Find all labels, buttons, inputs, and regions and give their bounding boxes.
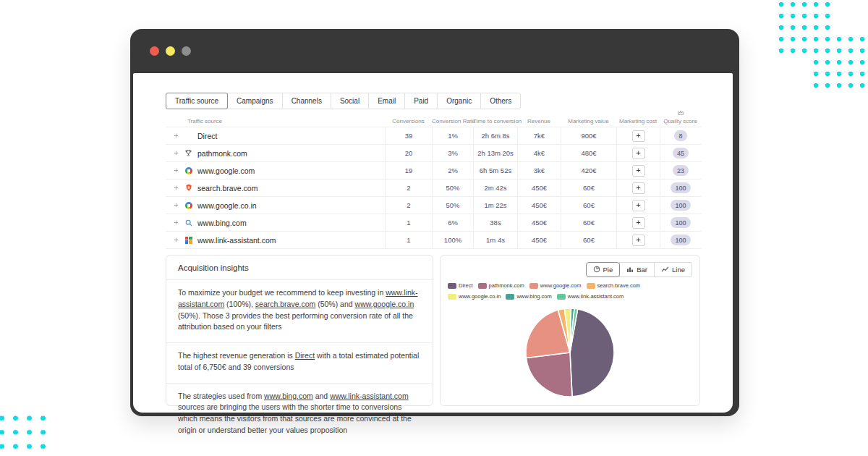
- insight-paragraph: To maximize your budget we recommend to …: [166, 280, 433, 343]
- tab-organic[interactable]: Organic: [437, 93, 481, 109]
- table-row[interactable]: +www.bing.com16%38s450€60€+100: [166, 214, 701, 232]
- insight-link[interactable]: www.google.co.in: [355, 300, 414, 308]
- pie-chart[interactable]: [519, 301, 621, 404]
- add-marketing-cost-button[interactable]: +: [632, 165, 645, 177]
- insight-link[interactable]: www.link-assistant.com: [330, 392, 409, 400]
- conversions-cell: 39: [385, 127, 432, 144]
- traffic-table: Traffic sourceConversionsConversion Rate…: [166, 110, 701, 249]
- legend-label: pathmonk.com: [489, 282, 524, 289]
- google-favicon-icon: [184, 166, 192, 174]
- marketing-cost-cell: +: [616, 214, 660, 231]
- expand-row-button[interactable]: +: [173, 184, 179, 192]
- tab-others[interactable]: Others: [480, 93, 521, 109]
- pathmonk-favicon-icon: [184, 149, 192, 157]
- legend-swatch: [448, 294, 456, 300]
- quality-score-cell: 100: [660, 232, 701, 248]
- table-row[interactable]: +www.link-assistant.com1100%1m 4s450€60€…: [166, 232, 701, 249]
- insight-text: The strategies used from: [178, 392, 264, 400]
- legend-label: www.bing.com: [516, 293, 551, 300]
- quality-score-badge: 8: [674, 130, 686, 141]
- tab-traffic-source[interactable]: Traffic source: [166, 93, 228, 109]
- expand-row-button[interactable]: +: [173, 236, 179, 244]
- expand-row-button[interactable]: +: [173, 132, 179, 140]
- add-marketing-cost-button[interactable]: +: [632, 182, 645, 194]
- column-header-time-to-conversion: Time to conversion: [473, 118, 517, 124]
- conversion-rate-cell: 3%: [432, 145, 473, 161]
- expand-row-button[interactable]: +: [173, 201, 179, 209]
- traffic-source-label: www.bing.com: [197, 219, 247, 227]
- tab-paid[interactable]: Paid: [404, 93, 438, 109]
- expand-row-button[interactable]: +: [173, 149, 179, 157]
- close-button[interactable]: [150, 46, 159, 56]
- revenue-cell: 450€: [517, 197, 561, 214]
- marketing-value-cell: 60€: [561, 232, 616, 248]
- pie-slice-direct[interactable]: [570, 309, 614, 397]
- column-header-marketing-value: Marketing value: [561, 118, 616, 124]
- marketing-cost-cell: +: [616, 127, 660, 144]
- conversions-cell: 19: [385, 162, 432, 179]
- marketing-cost-cell: +: [616, 232, 660, 248]
- legend-item-www-google-co-in[interactable]: www.google.co.in: [448, 293, 501, 300]
- insight-text: (50%) and: [315, 300, 354, 308]
- pie-chart-area: [441, 301, 699, 404]
- table-row[interactable]: +www.google.com192%6h 5m 52s3k€420€+23: [166, 162, 701, 180]
- table-row[interactable]: +pathmonk.com203%2h 13m 20s4k€480€+45: [166, 145, 701, 162]
- time-to-conversion-cell: 2h 6m 8s: [473, 127, 517, 144]
- legend-item-pathmonk-com[interactable]: pathmonk.com: [478, 282, 524, 289]
- time-to-conversion-cell: 6h 5m 52s: [473, 162, 517, 179]
- tab-social[interactable]: Social: [331, 93, 369, 109]
- chart-toggle-pie[interactable]: Pie: [586, 262, 621, 277]
- maximize-button[interactable]: [182, 46, 191, 56]
- revenue-cell: 7k€: [517, 127, 561, 144]
- add-marketing-cost-button[interactable]: +: [632, 235, 645, 246]
- quality-score-cell: 45: [660, 145, 701, 161]
- add-marketing-cost-button[interactable]: +: [632, 217, 645, 229]
- tab-email[interactable]: Email: [368, 93, 405, 109]
- revenue-cell: 4k€: [517, 145, 561, 161]
- pie-slice-pathmonk-com[interactable]: [526, 352, 572, 397]
- marketing-value-cell: 420€: [561, 162, 616, 179]
- quality-score-badge: 23: [673, 165, 689, 176]
- chart-toggle-bar[interactable]: Bar: [619, 262, 655, 277]
- time-to-conversion-cell: 1m 22s: [473, 197, 517, 214]
- favicon-placeholder: [184, 132, 192, 140]
- insight-text: The highest revenue generation is: [178, 351, 295, 360]
- tab-campaigns[interactable]: Campaigns: [227, 93, 283, 109]
- table-row[interactable]: +www.google.co.in250%1m 22s450€60€+100: [166, 197, 701, 214]
- legend-item-www-google-com[interactable]: www.google.com: [529, 282, 582, 289]
- legend-item-direct[interactable]: Direct: [448, 282, 473, 289]
- legend-swatch: [557, 294, 566, 300]
- marketing-value-cell: 900€: [561, 127, 616, 144]
- legend-item-search-brave-com[interactable]: search.brave.com: [587, 282, 641, 289]
- insights-title: Acquisition insights: [166, 256, 433, 280]
- add-marketing-cost-button[interactable]: +: [632, 200, 645, 211]
- table-row[interactable]: +search.brave.com250%2m 42s450€60€+100: [166, 180, 701, 197]
- insight-link[interactable]: Direct: [295, 351, 315, 360]
- expand-row-button[interactable]: +: [173, 166, 179, 174]
- tab-channels[interactable]: Channels: [282, 93, 331, 109]
- legend-label: www.link-assistant.com: [568, 293, 624, 300]
- legend-item-www-link-assistant-com[interactable]: www.link-assistant.com: [557, 293, 624, 300]
- app-window: Traffic sourceCampaignsChannelsSocialEma…: [130, 29, 739, 416]
- expand-row-button[interactable]: +: [173, 219, 179, 227]
- quality-score-badge: 100: [671, 235, 690, 245]
- legend-item-www-bing-com[interactable]: www.bing.com: [506, 293, 551, 300]
- chart-legend: Directpathmonk.comwww.google.comsearch.b…: [448, 282, 694, 300]
- insight-link[interactable]: www.bing.com: [264, 392, 313, 400]
- quality-score-cell: 100: [660, 180, 701, 196]
- marketing-cost-cell: +: [616, 197, 660, 214]
- traffic-source-cell: +www.link-assistant.com: [166, 232, 385, 248]
- legend-label: Direct: [459, 282, 473, 289]
- chart-toggle-line[interactable]: Line: [654, 262, 692, 277]
- insight-link[interactable]: search.brave.com: [255, 300, 315, 308]
- insight-paragraph: The strategies used from www.bing.com an…: [166, 384, 433, 446]
- table-row[interactable]: +Direct391%2h 6m 8s7k€900€+8: [166, 127, 701, 145]
- quality-score-cell: 23: [660, 162, 701, 179]
- add-marketing-cost-button[interactable]: +: [632, 130, 645, 142]
- conversions-cell: 2: [385, 180, 432, 196]
- add-marketing-cost-button[interactable]: +: [632, 148, 645, 159]
- traffic-source-cell: +www.bing.com: [166, 214, 385, 231]
- insight-text: (100%),: [224, 300, 255, 308]
- minimize-button[interactable]: [166, 46, 175, 56]
- revenue-cell: 3k€: [517, 162, 561, 179]
